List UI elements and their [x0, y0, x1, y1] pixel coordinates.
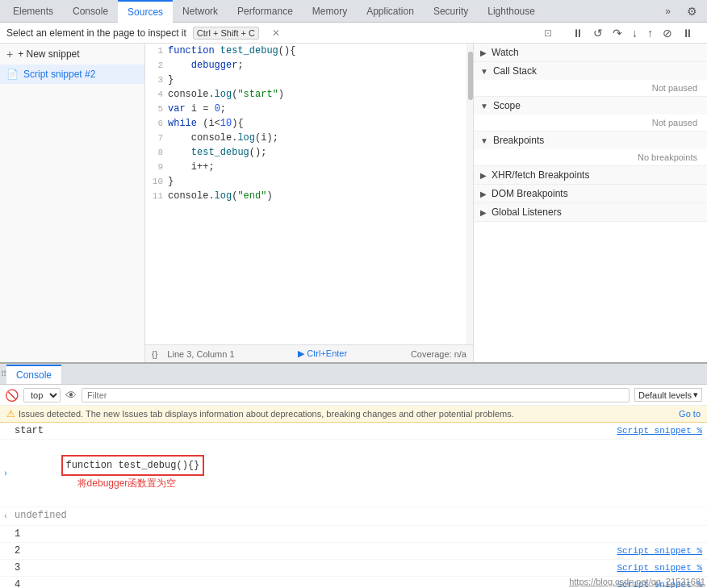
more-tabs-icon[interactable]: »	[659, 6, 677, 17]
no-breakpoints-text: No breakpoints	[474, 149, 707, 165]
step-into-button[interactable]: ↓	[630, 25, 640, 41]
code-line-6: 6 while (i<10){	[145, 116, 473, 131]
coverage-status: Coverage: n/a	[411, 349, 466, 359]
snippet-label-1: Script snippet #2	[23, 69, 95, 80]
close-tab-icon[interactable]: ✕	[272, 27, 280, 39]
code-line-7: 7 console.log(i);	[145, 131, 473, 145]
code-line-10: 10 }	[145, 174, 473, 189]
breakpoints-header[interactable]: ▼ Breakpoints	[474, 131, 707, 149]
context-select[interactable]: top	[23, 388, 61, 402]
bracket-icon: {}	[152, 349, 157, 359]
call-stack-label: Call Stack	[493, 65, 537, 77]
console-output[interactable]: start Script snippet % › function test_d…	[0, 423, 707, 588]
resume-button[interactable]: ↺	[591, 25, 605, 41]
xhr-header[interactable]: ▶ XHR/fetch Breakpoints	[474, 166, 707, 184]
deactivate-button[interactable]: ⊘	[660, 25, 675, 41]
breakpoints-triangle: ▼	[480, 136, 488, 145]
code-content[interactable]: 1 function test_debug(){ 2 debugger; 3 }…	[145, 44, 473, 344]
tab-memory[interactable]: Memory	[303, 0, 357, 23]
console-tab[interactable]: Console	[6, 365, 61, 384]
tab-network[interactable]: Network	[173, 0, 228, 23]
dom-section: ▶ DOM Breakpoints	[474, 185, 707, 203]
new-snippet-label: + New snippet	[18, 48, 79, 60]
tab-console[interactable]: Console	[63, 0, 118, 23]
code-bottom-bar: {} Line 3, Column 1 ▶ Ctrl+Enter Coverag…	[145, 344, 473, 362]
row-2-src[interactable]: Script snippet %	[617, 544, 707, 558]
main-area: + + New snippet 📄 Script snippet #2 1 fu…	[0, 44, 707, 362]
highlighted-code-box: function test_debug(){}	[61, 455, 205, 476]
dom-header[interactable]: ▶ DOM Breakpoints	[474, 185, 707, 202]
breakpoints-label: Breakpoints	[493, 135, 544, 146]
code-line-5: 5 var i = 0;	[145, 102, 473, 116]
call-stack-section: ▼ Call Stack Not paused	[474, 62, 707, 97]
global-listeners-section: ▶ Global Listeners	[474, 203, 707, 222]
step-out-button[interactable]: ↑	[645, 25, 655, 41]
watch-section: ▶ Watch	[474, 44, 707, 62]
row-3-src[interactable]: Script snippet %	[617, 561, 707, 575]
row-undefined-content-1: undefined	[11, 508, 707, 523]
row-1-content: 1	[11, 527, 702, 541]
go-to-button[interactable]: Go to	[679, 409, 701, 419]
scope-label: Scope	[493, 100, 521, 111]
watch-triangle: ▶	[480, 48, 487, 57]
inspect-shortcut: Ctrl + Shift + C	[193, 27, 259, 40]
new-snippet-item[interactable]: + + New snippet	[0, 44, 144, 65]
levels-dropdown[interactable]: Default levels ▾	[634, 388, 702, 402]
inspect-label: Select an element in the page to inspect…	[6, 27, 186, 39]
xhr-label: XHR/fetch Breakpoints	[492, 169, 589, 181]
right-panel: ▶ Watch ▼ Call Stack Not paused ▼ Scope …	[473, 44, 707, 362]
scope-section: ▼ Scope Not paused	[474, 97, 707, 131]
scroll-thumb	[468, 52, 473, 100]
call-stack-triangle: ▼	[480, 67, 488, 76]
tab-security[interactable]: Security	[424, 0, 478, 23]
tab-application[interactable]: Application	[357, 0, 424, 23]
code-line-4: 4 console.log("start")	[145, 87, 473, 102]
breakpoints-section: ▼ Breakpoints No breakpoints	[474, 131, 707, 166]
row-start-content: start	[11, 423, 617, 438]
call-stack-header[interactable]: ▼ Call Stack	[474, 62, 707, 80]
row-start-src[interactable]: Script snippet %	[617, 423, 707, 438]
pause-exceptions-button[interactable]: ⏸	[680, 25, 696, 41]
console-tabs-bar: ⠿ Console	[0, 364, 707, 385]
pause-button[interactable]: ⏸	[570, 25, 586, 41]
settings-gear-icon[interactable]: ⚙	[680, 5, 704, 18]
call-stack-not-paused: Not paused	[474, 80, 707, 96]
watch-header[interactable]: ▶ Watch	[474, 44, 707, 61]
run-hint: ▶ Ctrl+Enter	[298, 348, 347, 359]
row-2-content: 2	[11, 544, 617, 558]
console-tab-label: Console	[16, 369, 52, 381]
global-listeners-header[interactable]: ▶ Global Listeners	[474, 203, 707, 221]
code-line-8: 8 test_debug();	[145, 145, 473, 160]
console-area: ⠿ Console 🚫 top 👁 Default levels ▾ ⚠ Iss…	[0, 362, 707, 588]
pin-icon[interactable]: ⊡	[544, 27, 552, 39]
top-tab-bar: Elements Console Sources Network Perform…	[0, 0, 707, 23]
second-bar: Select an element in the page to inspect…	[0, 23, 707, 44]
global-listeners-label: Global Listeners	[492, 206, 562, 218]
code-scrollbar[interactable]	[466, 44, 473, 344]
tab-elements[interactable]: Elements	[3, 0, 63, 23]
console-row-2: 2 Script snippet %	[0, 543, 707, 560]
scope-not-paused: Not paused	[474, 115, 707, 131]
levels-arrow: ▾	[693, 390, 698, 400]
eye-icon[interactable]: 👁	[65, 389, 77, 402]
row-input-icon: ›	[0, 467, 11, 482]
tab-performance[interactable]: Performance	[228, 0, 303, 23]
global-listeners-triangle: ▶	[480, 208, 487, 217]
chinese-annotation: 将debugger函数置为空	[77, 477, 177, 489]
scope-header[interactable]: ▼ Scope	[474, 97, 707, 115]
console-clear-button[interactable]: 🚫	[5, 389, 19, 402]
tab-lighthouse[interactable]: Lighthouse	[478, 0, 545, 23]
tab-sources[interactable]: Sources	[118, 0, 173, 23]
row-fn-content: function test_debug(){} 将debugger函数置为空	[11, 440, 707, 506]
console-row-3: 3 Script snippet %	[0, 560, 707, 577]
code-line-2: 2 debugger;	[145, 58, 473, 73]
drag-handle[interactable]: ⠿	[0, 369, 6, 378]
csdn-watermark[interactable]: https://blog.csdn.net/qq_21531681	[569, 577, 705, 586]
code-editor[interactable]: 1 function test_debug(){ 2 debugger; 3 }…	[145, 44, 473, 362]
step-over-button[interactable]: ↷	[610, 25, 625, 41]
filter-input[interactable]	[82, 388, 630, 402]
snippet-item-1[interactable]: 📄 Script snippet #2	[0, 65, 144, 84]
row-3-content: 3	[11, 561, 617, 575]
console-toolbar: 🚫 top 👁 Default levels ▾	[0, 385, 707, 406]
snippet-icon: 📄	[6, 69, 19, 80]
